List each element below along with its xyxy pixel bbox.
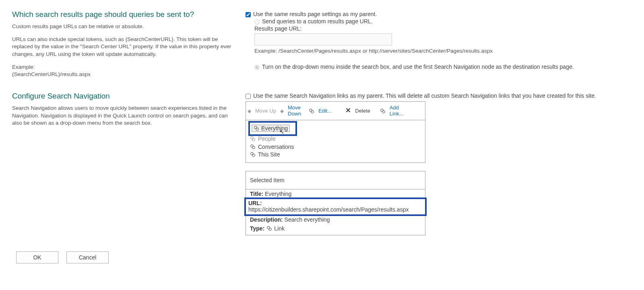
dropdown-radio[interactable] [254, 65, 260, 70]
addlink-button[interactable]: Add Link... [388, 104, 407, 117]
detail-type-label: Type: [250, 225, 264, 232]
detail-desc-value: Search everything [285, 216, 330, 223]
highlight-url-row: URL: https://citizenbuilders.sharepoint.… [244, 197, 427, 216]
results-url-label: Results page URL: [254, 25, 632, 32]
movedown-button[interactable]: Move Down [286, 104, 306, 117]
cancel-button[interactable]: Cancel [66, 251, 109, 263]
nav-item-thissite[interactable]: This Site [249, 151, 422, 158]
nav-item-conversations[interactable]: Conversations [249, 143, 422, 150]
section2-title: Configure Search Navigation [12, 92, 237, 101]
link-icon [254, 125, 259, 131]
detail-url-row: URL: https://citizenbuilders.sharepoint.… [248, 200, 423, 213]
delete-button[interactable]: Delete [353, 107, 372, 115]
edit-button[interactable]: Edit... [317, 107, 333, 115]
link-icon [250, 136, 256, 142]
custom-results-label: Send queries to a custom results page UR… [262, 18, 373, 25]
link-icon [250, 144, 256, 150]
detail-url-label: URL: [248, 200, 262, 206]
moveup-button[interactable]: Move Up [254, 107, 278, 115]
nav-item-label: Everything [261, 125, 288, 132]
nav-item-label: This Site [258, 151, 280, 158]
help-text-1: Custom results page URLs can be relative… [12, 23, 237, 30]
nav-editor-box: ◆ Move Up ◆ Move Down Edit... Delete Add… [246, 101, 425, 163]
help-text-2: URLs can also include special tokens, su… [12, 36, 237, 58]
link-icon [250, 152, 256, 157]
results-url-example: Example: /SearchCenter/Pages/results.asp… [254, 48, 632, 54]
nav-item-people[interactable]: People [249, 135, 422, 142]
nav-toolbar: ◆ Move Up ◆ Move Down Edit... Delete Add… [246, 102, 425, 120]
selected-item-details: Selected Item Title: Everything URL: htt… [246, 171, 425, 235]
section2-help: Search Navigation allows users to move q… [12, 105, 237, 127]
custom-results-radio[interactable] [254, 19, 260, 25]
nav-item-label: Conversations [258, 144, 294, 150]
addlink-link-icon [380, 108, 386, 114]
detail-desc-label: Description: [250, 216, 283, 223]
help-example-value: {SearchCenterURL}/results.aspx [12, 71, 237, 78]
nav-list: Everything ↖ People Conversations This S… [246, 120, 425, 162]
delete-x-icon [345, 107, 351, 114]
help-example-label: Example: [12, 64, 237, 71]
use-parent-nav-label: Use the same Search Navigation links as … [253, 93, 596, 99]
use-parent-nav-checkbox[interactable] [246, 94, 251, 99]
dropdown-radio-label: Turn on the drop-down menu inside the se… [262, 64, 574, 70]
detail-type-row: Type: Link [246, 224, 425, 235]
results-url-input[interactable] [254, 33, 392, 45]
detail-type-value: Link [274, 225, 285, 232]
button-row: OK Cancel [12, 251, 632, 263]
section1-title: Which search results page should queries… [12, 10, 237, 19]
moveup-arrow-icon: ◆ [248, 108, 251, 114]
link-icon [266, 226, 272, 231]
edit-link-icon [309, 108, 314, 114]
nav-item-everything[interactable]: Everything ↖ [252, 125, 290, 132]
detail-desc-row: Description: Search everything [246, 215, 425, 224]
nav-item-label: People [258, 136, 276, 142]
configure-search-nav-section: Configure Search Navigation Search Navig… [12, 92, 632, 235]
use-parent-results-label: Use the same results page settings as my… [253, 11, 377, 17]
use-parent-results-checkbox[interactable] [246, 12, 251, 17]
ok-button[interactable]: OK [16, 251, 58, 263]
highlight-selected-item: Everything ↖ [248, 121, 297, 136]
detail-url-value: https://citizenbuilders.sharepoint.com/s… [248, 206, 409, 213]
detail-title-label: Title: [250, 191, 263, 197]
movedown-arrow-icon: ◆ [280, 108, 284, 114]
results-page-section: Which search results page should queries… [12, 10, 632, 84]
detail-title-value: Everything [265, 191, 291, 197]
detail-title-row: Title: Everything [246, 189, 425, 198]
details-header: Selected Item [246, 171, 425, 189]
